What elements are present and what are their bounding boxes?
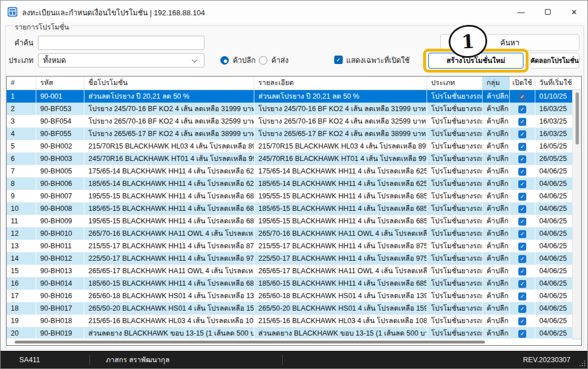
- enabled-check-icon[interactable]: ✓: [518, 143, 526, 151]
- vertical-scrollbar-thumb[interactable]: [576, 92, 579, 145]
- table-row[interactable]: 690-BH003245/70R16 BLACKHAWK HT01 4 เส้น…: [7, 152, 581, 165]
- col-header-name[interactable]: ชื่อโปรโมชั่น: [84, 77, 254, 90]
- row-code: 90-BH014: [36, 277, 84, 290]
- col-header-start-date[interactable]: วันที่เริ่มใช้: [535, 77, 573, 90]
- row-enabled[interactable]: ✓: [510, 252, 535, 265]
- enabled-check-icon[interactable]: ✓: [518, 118, 526, 126]
- row-name: 195/65-15 BLACKHAWK HH11 4 เส้น โปรลดเหล…: [84, 215, 254, 227]
- row-index: 8: [7, 177, 36, 190]
- table-row[interactable]: 790-BH005175/65-14 BLACKHAWK HH11 4 เส้น…: [7, 165, 581, 177]
- table-row[interactable]: 990-BH007195/55-15 BLACKHAWK HH11 4 เส้น…: [7, 190, 581, 202]
- row-enabled[interactable]: ✓: [510, 277, 535, 290]
- enabled-check-icon[interactable]: ✓: [518, 168, 526, 176]
- row-enabled[interactable]: ✓: [510, 202, 535, 215]
- show-enabled-checkbox[interactable]: ✓: [334, 56, 343, 64]
- enabled-check-icon[interactable]: ✓: [518, 292, 526, 300]
- table-row[interactable]: 190-001ส่วนลดโปรยาง ปี 20,21 ลด 50 %ส่วน…: [7, 90, 581, 103]
- table-row[interactable]: 1890-BH017265/50-20 BLACKHAWK HS01 4 เส้…: [7, 302, 581, 315]
- row-enabled[interactable]: ✓: [510, 315, 535, 327]
- enabled-check-icon[interactable]: ✓: [518, 330, 526, 338]
- table-row[interactable]: 1390-BH011215/55-17 BLACKHAWK HH11 4 เส้…: [7, 240, 581, 252]
- table-row[interactable]: 1190-BH009195/65-15 BLACKHAWK HH11 4 เส้…: [7, 215, 581, 227]
- row-enabled[interactable]: ✓: [510, 290, 535, 302]
- row-enabled[interactable]: ✓: [510, 327, 535, 340]
- row-code: 90-BF053: [36, 103, 84, 115]
- col-header-index[interactable]: #: [7, 77, 36, 90]
- enabled-check-icon[interactable]: ✓: [518, 268, 526, 275]
- row-enabled[interactable]: ✓: [510, 227, 535, 240]
- row-enabled[interactable]: ✓: [510, 215, 535, 227]
- enabled-check-icon[interactable]: ✓: [518, 205, 526, 213]
- col-header-code[interactable]: รหัส: [36, 77, 84, 90]
- row-code: 90-BF055: [36, 128, 84, 140]
- row-detail: โปรยาง 245/70-16 BF KO2 4 เส้น ลดเหลือ 3…: [254, 103, 427, 115]
- enabled-check-icon[interactable]: ✓: [518, 155, 526, 163]
- row-enabled[interactable]: ✓: [510, 265, 535, 277]
- keyword-input[interactable]: [38, 36, 204, 50]
- enabled-check-icon[interactable]: ✓: [518, 93, 526, 101]
- table-row[interactable]: 1090-BH008185/65-15 BLACKHAWK HH11 4 เส้…: [7, 202, 581, 215]
- enabled-check-icon[interactable]: ✓: [518, 193, 526, 201]
- maximize-icon[interactable]: [534, 1, 561, 23]
- enabled-check-icon[interactable]: ✓: [518, 317, 526, 325]
- close-icon[interactable]: ✕: [561, 1, 587, 23]
- col-header-group[interactable]: กลุ่ม: [483, 77, 510, 90]
- radio-wholesale[interactable]: [259, 56, 267, 65]
- table-row[interactable]: 1490-BH012225/50-17 BLACKHAWK HH11 4 เส้…: [7, 252, 581, 265]
- row-code: 90-BH006: [36, 177, 84, 190]
- enabled-check-icon[interactable]: ✓: [518, 255, 526, 263]
- table-row[interactable]: 1790-BH016265/60-18 BLACKHAWK HS01 4 เส้…: [7, 290, 581, 302]
- enabled-check-icon[interactable]: ✓: [518, 305, 526, 313]
- horizontal-scrollbar-thumb[interactable]: [15, 341, 485, 343]
- row-date: 01/10/25: [535, 90, 573, 103]
- table-row[interactable]: 1690-BH014185/60-15 BLACKHAWK HH11 4 เส้…: [7, 277, 581, 290]
- row-enabled[interactable]: ✓: [510, 140, 535, 152]
- row-enabled[interactable]: ✓: [510, 90, 535, 103]
- enabled-check-icon[interactable]: ✓: [518, 130, 526, 138]
- enabled-check-icon[interactable]: ✓: [518, 243, 526, 251]
- enabled-check-icon[interactable]: ✓: [518, 218, 526, 226]
- type-dropdown[interactable]: ทั้งหมด: [38, 53, 204, 67]
- table-row[interactable]: 2090-BH019ส่วนลดยาง BLACKHAWK ขอบ 13-15 …: [7, 327, 581, 340]
- row-type: โปรโมชั่นยางรถยนต์: [427, 165, 483, 177]
- table-row[interactable]: 390-BF054โปรยาง 265/70-16 BF KO2 4 เส้น …: [7, 115, 581, 128]
- row-detail: โปรยาง 265/70-16 BF KO2 4 เส้น ลดเหลือ 3…: [254, 115, 427, 128]
- row-enabled[interactable]: ✓: [510, 128, 535, 140]
- copy-promotion-button[interactable]: คัดลอกโปรโมชั่น: [530, 53, 580, 69]
- col-header-type[interactable]: ประเภท: [427, 77, 483, 90]
- row-enabled[interactable]: ✓: [510, 177, 535, 190]
- enabled-check-icon[interactable]: ✓: [518, 180, 526, 188]
- row-detail: 215/55-17 BLACKHAWK HH11 4 เส้น โปรลดเหล…: [254, 240, 427, 252]
- row-enabled[interactable]: ✓: [510, 240, 535, 252]
- table-row[interactable]: 1290-BH010265/70-16 BLACKHAWK HA11 OWL 4…: [7, 227, 581, 240]
- table-row[interactable]: 490-BF055โปรยาง 265/65-17 BF KO2 4 เส้น …: [7, 128, 581, 140]
- resize-grip-icon[interactable]: [584, 365, 585, 366]
- table-row[interactable]: 590-BH002215/70R15 BLACKHAWK HL03 4 เส้น…: [7, 140, 581, 152]
- table-row[interactable]: 1990-BH018215/65-16 BLACKHAWK HL03 4 เส้…: [7, 315, 581, 327]
- row-date: 04/06/25: [535, 265, 573, 277]
- window-title: ลงทะเบียนและกำหนดเงื่อนไขโปรโมชั่น | 192…: [22, 7, 205, 19]
- table-row[interactable]: 890-BH006185/65-14 BLACKHAWK HH11 4 เส้น…: [7, 177, 581, 190]
- row-date: 04/06/25: [535, 315, 573, 327]
- row-enabled[interactable]: ✓: [510, 165, 535, 177]
- table-row[interactable]: 1590-BH013265/65-17 BLACKHAWK HA11 OWL 4…: [7, 265, 581, 277]
- col-header-enabled[interactable]: เปิดใช้: [510, 77, 535, 90]
- enabled-check-icon[interactable]: ✓: [518, 230, 526, 238]
- row-enabled[interactable]: ✓: [510, 152, 535, 165]
- enabled-check-icon[interactable]: ✓: [518, 280, 526, 288]
- row-code: 90-BF054: [36, 115, 84, 128]
- row-enabled[interactable]: ✓: [510, 103, 535, 115]
- row-type: โปรโมชั่นยางรถยนต์: [427, 302, 483, 315]
- vertical-scrollbar[interactable]: [572, 90, 581, 338]
- col-header-detail[interactable]: รายละเอียด: [254, 77, 427, 90]
- radio-retail[interactable]: [220, 56, 229, 65]
- row-enabled[interactable]: ✓: [510, 190, 535, 202]
- app-icon: [7, 7, 18, 17]
- horizontal-scrollbar[interactable]: [7, 338, 572, 345]
- row-detail: 245/70R16 BLACKHAWK HT01 4 เส้น โปรลดเหล…: [254, 152, 427, 165]
- row-enabled[interactable]: ✓: [510, 302, 535, 315]
- enabled-check-icon[interactable]: ✓: [518, 105, 526, 113]
- table-row[interactable]: 290-BF053โปรยาง 245/70-16 BF KO2 4 เส้น …: [7, 103, 581, 115]
- row-enabled[interactable]: ✓: [510, 115, 535, 128]
- minimize-icon[interactable]: —: [508, 1, 534, 23]
